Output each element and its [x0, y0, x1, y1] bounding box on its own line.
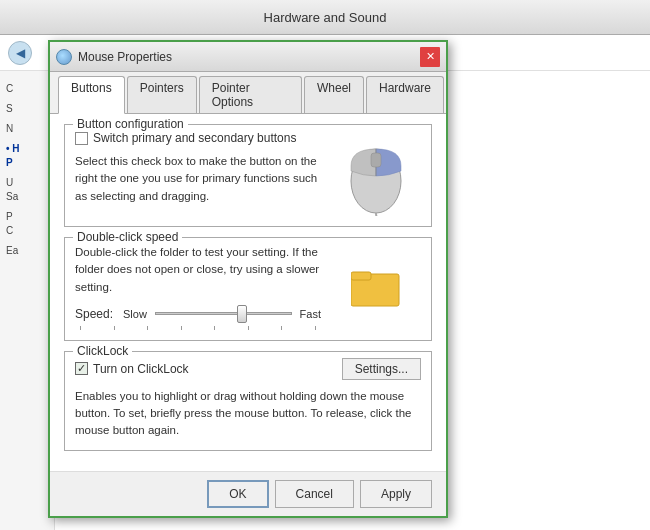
slider-ticks — [75, 326, 321, 330]
tab-pointers[interactable]: Pointers — [127, 76, 197, 113]
button-config-section: Button configuration Switch primary and … — [64, 124, 432, 227]
back-button[interactable]: ◀ — [8, 41, 32, 65]
dialog-content: Button configuration Switch primary and … — [50, 114, 446, 471]
mouse-properties-dialog: Mouse Properties ✕ Buttons Pointers Poin… — [48, 40, 448, 518]
switch-buttons-label: Switch primary and secondary buttons — [93, 131, 296, 145]
tabs-bar: Buttons Pointers Pointer Options Wheel H… — [50, 72, 446, 114]
double-click-left: Double-click the folder to test your set… — [75, 244, 321, 330]
dialog-close-button[interactable]: ✕ — [420, 47, 440, 67]
speed-label: Speed: — [75, 307, 115, 321]
bg-title-bar: Hardware and Sound — [0, 0, 650, 35]
mouse-image-container — [331, 131, 421, 216]
double-click-content: Double-click the folder to test your set… — [75, 244, 421, 330]
tab-buttons[interactable]: Buttons — [58, 76, 125, 114]
left-item-u[interactable]: USa — [4, 173, 50, 207]
dialog-title-text: Mouse Properties — [78, 50, 172, 64]
dialog-buttons-bar: OK Cancel Apply — [50, 471, 446, 516]
clicklock-checkbox-label: Turn on ClickLock — [93, 362, 189, 376]
left-item-n[interactable]: N — [4, 119, 50, 139]
tab-pointer-options[interactable]: Pointer Options — [199, 76, 302, 113]
clicklock-row: ✓ Turn on ClickLock Settings... — [75, 358, 421, 380]
left-item-h[interactable]: • HP — [4, 139, 50, 173]
left-item-p[interactable]: PC — [4, 207, 50, 241]
double-click-label: Double-click speed — [73, 230, 182, 244]
tab-wheel[interactable]: Wheel — [304, 76, 364, 113]
ok-button[interactable]: OK — [207, 480, 268, 508]
bg-window-title: Hardware and Sound — [264, 10, 387, 25]
button-config-content: Switch primary and secondary buttons Sel… — [75, 131, 421, 216]
clicklock-section-label: ClickLock — [73, 344, 132, 358]
tab-hardware[interactable]: Hardware — [366, 76, 444, 113]
clicklock-checkbox[interactable]: ✓ — [75, 362, 88, 375]
fast-label: Fast — [300, 308, 321, 320]
folder-icon[interactable] — [351, 264, 401, 309]
cancel-button[interactable]: Cancel — [275, 480, 354, 508]
switch-buttons-row: Switch primary and secondary buttons — [75, 131, 321, 145]
left-item-ea[interactable]: Ea — [4, 241, 50, 261]
svg-rect-4 — [351, 272, 371, 280]
folder-icon-container — [331, 244, 421, 330]
apply-button[interactable]: Apply — [360, 480, 432, 508]
dialog-icon — [56, 49, 72, 65]
clicklock-section: ClickLock ✓ Turn on ClickLock Settings..… — [64, 351, 432, 451]
mouse-illustration — [339, 131, 414, 216]
double-click-section: Double-click speed Double-click the fold… — [64, 237, 432, 341]
bg-left-panel: C S N • HP USa PC Ea — [0, 71, 55, 530]
checkmark-icon: ✓ — [77, 362, 86, 375]
button-config-description: Select this check box to make the button… — [75, 153, 321, 205]
slow-label: Slow — [123, 308, 147, 320]
speed-row: Speed: Slow Fast — [75, 304, 321, 324]
double-click-description: Double-click the folder to test your set… — [75, 244, 321, 296]
speed-slider-track — [155, 312, 292, 315]
speed-slider-container[interactable] — [155, 304, 292, 324]
dialog-title-bar: Mouse Properties ✕ — [50, 42, 446, 72]
speed-slider-thumb[interactable] — [237, 305, 247, 323]
back-icon: ◀ — [16, 46, 25, 60]
clicklock-description: Enables you to highlight or drag without… — [75, 388, 421, 440]
left-item-c[interactable]: C — [4, 79, 50, 99]
left-item-s[interactable]: S — [4, 99, 50, 119]
svg-rect-2 — [371, 153, 381, 167]
button-config-left: Switch primary and secondary buttons Sel… — [75, 131, 321, 216]
clicklock-settings-button[interactable]: Settings... — [342, 358, 421, 380]
dialog-title-left: Mouse Properties — [56, 49, 172, 65]
button-config-label: Button configuration — [73, 117, 188, 131]
switch-buttons-checkbox[interactable] — [75, 132, 88, 145]
